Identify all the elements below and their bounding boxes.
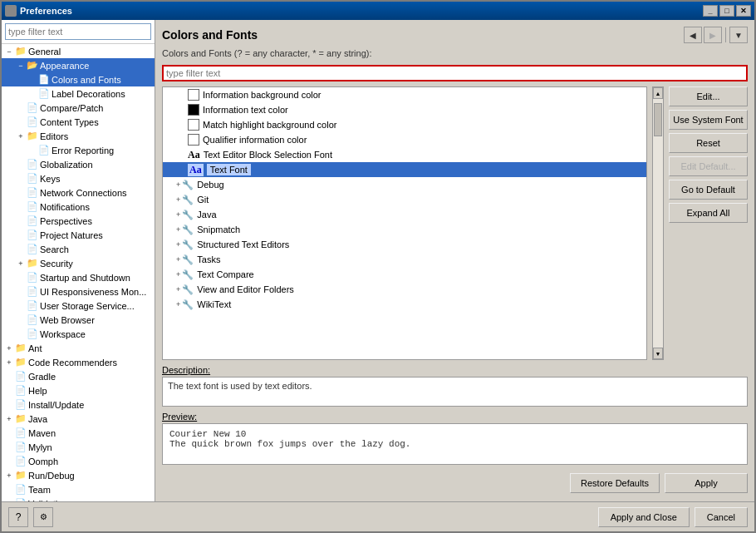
settings-icon-button[interactable]: ⚙ <box>33 507 53 527</box>
sidebar-item-code-recommenders[interactable]: + 📁 Code Recommenders <box>2 355 155 369</box>
close-button[interactable]: ✕ <box>736 5 751 17</box>
list-item[interactable]: Match highlight background color <box>163 117 646 132</box>
sidebar-item-security[interactable]: + 📁 Security <box>2 256 155 270</box>
sidebar-item-appearance[interactable]: − 📂 Appearance <box>2 58 155 72</box>
folder-icon: 📁 <box>27 258 38 269</box>
tree-filter-input[interactable] <box>5 23 151 40</box>
sidebar-item-perspectives[interactable]: 📄 Perspectives <box>2 214 155 228</box>
nav-buttons: ◀ ▶ ▼ <box>684 27 748 43</box>
list-item[interactable]: + 🔧 Java <box>163 207 646 222</box>
sidebar-item-ui-responsiveness[interactable]: 📄 UI Responsiveness Mon... <box>2 284 155 299</box>
page-icon: 📄 <box>15 399 27 411</box>
expand-icon <box>15 187 27 199</box>
sidebar-item-maven[interactable]: 📄 Maven <box>2 426 155 440</box>
list-item[interactable]: + 🔧 Snipmatch <box>163 222 646 237</box>
page-icon: 📄 <box>27 187 38 199</box>
page-icon: 📄 <box>27 229 38 241</box>
go-to-default-button[interactable]: Go to Default <box>669 180 748 200</box>
list-item[interactable]: + 🔧 Structured Text Editors <box>163 237 646 252</box>
colors-area: Information background color Information… <box>162 86 748 360</box>
sidebar-item-startup-shutdown[interactable]: 📄 Startup and Shutdown <box>2 270 155 284</box>
colors-filter-input[interactable] <box>162 65 748 81</box>
sidebar-item-install-update[interactable]: 📄 Install/Update <box>2 397 155 412</box>
sidebar-item-label: Oomph <box>28 457 153 466</box>
page-icon: 📄 <box>27 159 38 170</box>
list-item[interactable]: Qualifier information color <box>163 132 646 147</box>
expand-icon: + <box>15 131 27 142</box>
back-button[interactable]: ◀ <box>684 27 702 43</box>
minimize-button[interactable]: _ <box>703 5 718 17</box>
sidebar-item-label: General <box>28 47 153 57</box>
titlebar-buttons: _ □ ✕ <box>703 5 751 17</box>
maximize-button[interactable]: □ <box>719 5 734 17</box>
sidebar-item-error-reporting[interactable]: 📄 Error Reporting <box>2 143 155 157</box>
list-item[interactable]: + 🔧 Debug <box>163 177 646 192</box>
sidebar-item-keys[interactable]: 📄 Keys <box>2 171 155 185</box>
list-item[interactable]: + 🔧 Tasks <box>163 252 646 267</box>
sidebar-item-content-types[interactable]: 📄 Content Types <box>2 115 155 129</box>
sidebar-item-globalization[interactable]: 📄 Globalization <box>2 157 155 171</box>
sidebar-item-notifications[interactable]: 📄 Notifications <box>2 200 155 214</box>
sidebar-item-user-storage[interactable]: 📄 User Storage Service... <box>2 299 155 313</box>
sidebar-item-ant[interactable]: + 📁 Ant <box>2 341 155 355</box>
edit-button[interactable]: Edit... <box>669 86 748 106</box>
sidebar-item-editors[interactable]: + 📁 Editors <box>2 129 155 143</box>
page-icon: 📄 <box>27 272 38 284</box>
list-item[interactable]: + 🔧 View and Editor Folders <box>163 282 646 297</box>
sidebar-item-gradle[interactable]: 📄 Gradle <box>2 369 155 383</box>
sidebar-item-label: User Storage Service... <box>40 301 153 311</box>
expand-icon: + <box>3 343 15 354</box>
cancel-button[interactable]: Cancel <box>695 507 748 527</box>
expand-all-button[interactable]: Expand All <box>669 203 748 223</box>
page-icon: 📄 <box>27 201 38 213</box>
help-icon-button[interactable]: ? <box>8 507 28 527</box>
apply-and-close-button[interactable]: Apply and Close <box>598 507 690 527</box>
sidebar-item-search[interactable]: 📄 Search <box>2 242 155 256</box>
edit-default-button[interactable]: Edit Default... <box>669 156 748 176</box>
sidebar-item-run-debug[interactable]: + 📁 Run/Debug <box>2 468 155 482</box>
list-scrollbar[interactable]: ▲ ▼ <box>652 86 664 360</box>
sidebar-item-general[interactable]: − 📁 General <box>2 44 155 58</box>
list-item[interactable]: + 🔧 WikiText <box>163 297 646 312</box>
scroll-down-arrow[interactable]: ▼ <box>653 348 663 359</box>
list-item-text-font[interactable]: Aa Text Font <box>163 162 646 177</box>
sidebar-item-label: Compare/Patch <box>40 103 153 113</box>
sidebar-item-label-decorations[interactable]: 📄 Label Decorations <box>2 86 155 101</box>
expand-icon <box>3 385 15 397</box>
scroll-up-arrow[interactable]: ▲ <box>653 87 663 99</box>
list-item[interactable]: Information background color <box>163 87 646 102</box>
expand-icon <box>15 229 27 241</box>
filter-label: Colors and Fonts (? = any character, * =… <box>162 48 748 58</box>
sidebar-item-project-natures[interactable]: 📄 Project Natures <box>2 228 155 242</box>
sidebar-item-network-connections[interactable]: 📄 Network Connections <box>2 185 155 200</box>
list-item[interactable]: Aa Text Editor Block Selection Font <box>163 147 646 162</box>
page-icon: 📄 <box>27 286 38 298</box>
expand-icon <box>15 286 27 298</box>
list-item[interactable]: + 🔧 Text Compare <box>163 267 646 282</box>
apply-button[interactable]: Apply <box>665 473 748 493</box>
left-panel: − 📁 General − 📂 Appearance 📄 Colors and … <box>2 20 155 501</box>
sidebar-item-colors-and-fonts[interactable]: 📄 Colors and Fonts <box>2 72 155 86</box>
scroll-thumb[interactable] <box>654 103 662 136</box>
description-label: Description: <box>162 365 748 375</box>
sidebar-item-web-browser[interactable]: 📄 Web Browser <box>2 313 155 327</box>
sidebar-item-oomph[interactable]: 📄 Oomph <box>2 454 155 468</box>
forward-button[interactable]: ▶ <box>704 27 722 43</box>
page-icon: 📄 <box>15 371 27 382</box>
dropdown-button[interactable]: ▼ <box>729 27 748 43</box>
sidebar-item-team[interactable]: 📄 Team <box>2 482 155 496</box>
sidebar-item-java[interactable]: + 📁 Java <box>2 412 155 426</box>
sidebar-item-help[interactable]: 📄 Help <box>2 383 155 397</box>
sidebar-item-mylyn[interactable]: 📄 Mylyn <box>2 440 155 454</box>
restore-defaults-button[interactable]: Restore Defaults <box>570 473 660 493</box>
sidebar-item-workspace[interactable]: 📄 Workspace <box>2 327 155 341</box>
list-item[interactable]: Information text color <box>163 102 646 117</box>
list-item[interactable]: + 🔧 Git <box>163 192 646 207</box>
reset-button[interactable]: Reset <box>669 133 748 153</box>
sidebar-item-compare-patch[interactable]: 📄 Compare/Patch <box>2 101 155 115</box>
use-system-font-button[interactable]: Use System Font <box>669 110 748 130</box>
item-label: Text Editor Block Selection Font <box>204 150 332 160</box>
preferences-window: Preferences _ □ ✕ − 📁 General − <box>0 0 756 533</box>
expand-icon <box>27 88 38 100</box>
folder-icon: 📁 <box>15 470 27 481</box>
